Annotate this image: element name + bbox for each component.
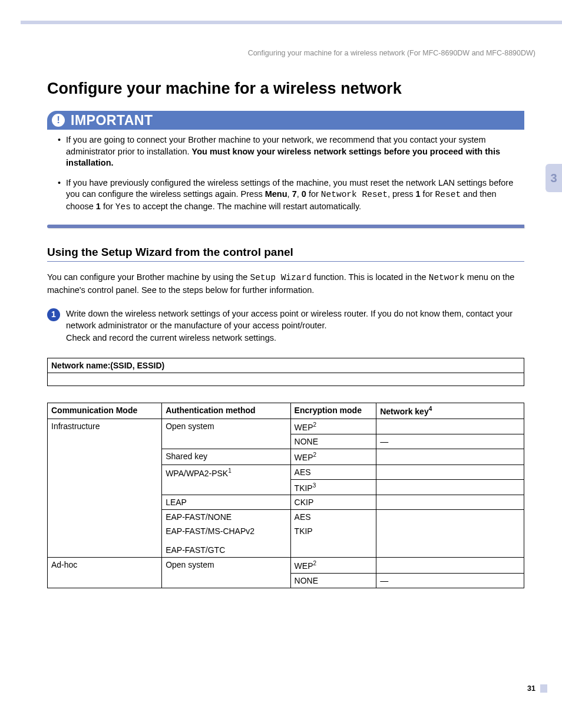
th-comm: Communication Mode bbox=[48, 403, 162, 419]
page-number-accent bbox=[540, 684, 547, 693]
p-network: Network bbox=[429, 273, 465, 282]
td-eap-group: EAP-FAST/MS-CHAPv2 EAP-FAST/GTC bbox=[162, 524, 290, 558]
td-k7 bbox=[376, 524, 524, 558]
td-wep2: WEP2 bbox=[290, 449, 376, 465]
th-key-sup: 4 bbox=[429, 406, 432, 412]
td-aes2: AES bbox=[290, 510, 376, 525]
wep2sup: 2 bbox=[313, 452, 316, 458]
step1-line-a: Write down the wireless network settings… bbox=[66, 309, 513, 330]
wep3sup: 2 bbox=[313, 560, 316, 566]
th-key-txt: Network key bbox=[380, 407, 428, 416]
td-wpa: WPA/WPA2-PSK1 bbox=[162, 465, 290, 495]
b2-for1: for bbox=[306, 189, 321, 199]
th-auth: Authentication method bbox=[162, 403, 290, 419]
chapter-tab: 3 bbox=[546, 164, 562, 192]
td-aes1: AES bbox=[290, 465, 376, 479]
page-number: 31 bbox=[527, 684, 535, 693]
page-body: Configure your machine for a wireless ne… bbox=[47, 80, 524, 588]
p-setup: Setup Wizard bbox=[250, 273, 311, 282]
td-open2: Open system bbox=[162, 558, 290, 588]
td-none2: NONE bbox=[290, 574, 376, 588]
b2-menu: Menu bbox=[265, 189, 287, 199]
step-1: 1 Write down the wireless network settin… bbox=[47, 308, 524, 344]
b2c2: , bbox=[297, 189, 302, 199]
td-k1 bbox=[376, 419, 524, 434]
td-k3 bbox=[376, 465, 524, 479]
b2-for3: for bbox=[101, 202, 115, 211]
b2-7: 7 bbox=[292, 189, 297, 199]
pa: You can configure your Brother machine b… bbox=[47, 272, 250, 282]
important-label: IMPORTANT bbox=[71, 113, 153, 129]
eapms: EAP-FAST/MS-CHAPv2 bbox=[166, 526, 254, 536]
td-k5 bbox=[376, 495, 524, 510]
bullet-2: If you have previously configured the wi… bbox=[58, 177, 524, 213]
settings-table: Communication Mode Authentication method… bbox=[47, 403, 524, 588]
b2-netreset: Network Reset bbox=[321, 190, 388, 199]
pb: function. This is located in the bbox=[312, 272, 429, 282]
td-dash2: — bbox=[376, 574, 524, 588]
td-tkip1: TKIP3 bbox=[290, 479, 376, 495]
td-open1: Open system bbox=[162, 419, 290, 449]
ssid-table: Network name:(SSID, ESSID) bbox=[47, 358, 524, 386]
b2-yes: Yes bbox=[115, 202, 131, 212]
td-wep3: WEP2 bbox=[290, 558, 376, 574]
running-header: Configuring your machine for a wireless … bbox=[248, 49, 535, 57]
td-leap: LEAP bbox=[162, 495, 290, 510]
b2-one2: 1 bbox=[96, 202, 101, 211]
th-key: Network key4 bbox=[376, 403, 524, 419]
wpasup: 1 bbox=[228, 467, 232, 474]
page-title: Configure your machine for a wireless ne… bbox=[47, 80, 524, 98]
intro-paragraph: You can configure your Brother machine b… bbox=[47, 271, 524, 296]
eapgtc: EAP-FAST/GTC bbox=[166, 545, 225, 555]
wep3: WEP bbox=[295, 561, 313, 571]
td-k6 bbox=[376, 510, 524, 525]
td-eapnone: EAP-FAST/NONE bbox=[162, 510, 290, 525]
wpa: WPA/WPA2-PSK bbox=[166, 468, 228, 477]
alert-icon: ! bbox=[52, 114, 65, 127]
td-adhoc: Ad-hoc bbox=[48, 558, 162, 588]
ssid-empty-cell bbox=[48, 373, 524, 386]
td-shared: Shared key bbox=[162, 449, 290, 465]
tkip1: TKIP bbox=[295, 483, 313, 492]
ssid-header: Network name:(SSID, ESSID) bbox=[48, 358, 524, 373]
important-banner: ! IMPORTANT bbox=[47, 111, 524, 130]
b2-for2: for bbox=[421, 189, 435, 199]
b2-0: 0 bbox=[302, 189, 306, 199]
td-dash1: — bbox=[376, 434, 524, 449]
tkip1sup: 3 bbox=[313, 482, 316, 489]
important-list: If you are going to connect your Brother… bbox=[47, 134, 524, 213]
b2-one1: 1 bbox=[416, 189, 421, 199]
b2-press1: , press bbox=[388, 189, 416, 199]
td-k8 bbox=[376, 558, 524, 574]
subheading: Using the Setup Wizard from the control … bbox=[47, 246, 524, 262]
b2b: to accept the change. The machine will r… bbox=[131, 202, 361, 211]
bullet-1: If you are going to connect your Brother… bbox=[58, 134, 524, 169]
step-number-icon: 1 bbox=[47, 308, 60, 321]
wep1sup: 2 bbox=[313, 421, 316, 428]
step1-line-b: Check and record the current wireless ne… bbox=[66, 333, 276, 342]
b2c1: , bbox=[287, 189, 292, 199]
wep2: WEP bbox=[295, 453, 313, 462]
td-none1: NONE bbox=[290, 434, 376, 449]
section-divider bbox=[47, 225, 524, 228]
b2-reset: Reset bbox=[435, 190, 461, 199]
top-accent-bar bbox=[21, 21, 562, 24]
td-k2 bbox=[376, 449, 524, 465]
td-tkip2: TKIP bbox=[290, 524, 376, 558]
td-wep1: WEP2 bbox=[290, 419, 376, 434]
wep1: WEP bbox=[295, 422, 313, 431]
td-ckip: CKIP bbox=[290, 495, 376, 510]
td-k4 bbox=[376, 479, 524, 495]
th-enc: Encryption mode bbox=[290, 403, 376, 419]
td-infra: Infrastructure bbox=[48, 419, 162, 558]
